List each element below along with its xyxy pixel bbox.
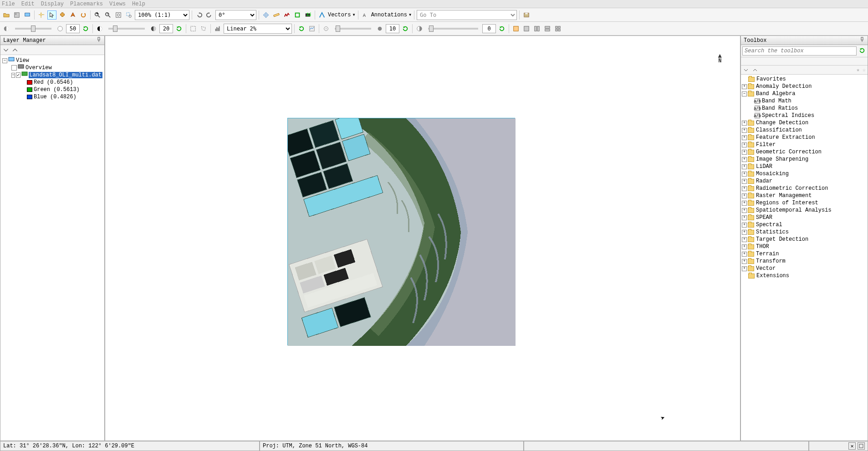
expand-icon[interactable]: +: [742, 135, 747, 140]
map-viewport[interactable]: ▲ N: [105, 35, 740, 441]
expand-icon[interactable]: +: [742, 266, 747, 271]
annotations-icon[interactable]: A: [361, 10, 370, 20]
toolbox-folder[interactable]: +Regions of Interest: [742, 199, 867, 207]
toolbox-folder[interactable]: Extensions: [742, 272, 867, 279]
contrast3-icon[interactable]: [149, 24, 158, 33]
rotate-left-icon[interactable]: [194, 10, 204, 20]
zoom-combo[interactable]: 100% (1:1): [135, 10, 189, 20]
search-refresh-icon[interactable]: [858, 46, 866, 55]
sharpen-slider[interactable]: [335, 28, 371, 30]
expand-icon[interactable]: +: [742, 208, 747, 213]
stretch-combo[interactable]: Linear 2%: [224, 24, 292, 34]
expand-icon[interactable]: +: [742, 164, 747, 169]
feature-count-icon[interactable]: 123: [303, 10, 312, 20]
expand-icon[interactable]: +: [742, 244, 747, 249]
expand-icon[interactable]: +: [742, 223, 747, 228]
toolbox-folder[interactable]: +Spatiotemporal Analysis: [742, 207, 867, 214]
dataset-checkbox[interactable]: [16, 72, 20, 78]
expand-icon[interactable]: +: [742, 230, 747, 235]
expand-icon[interactable]: [752, 67, 758, 73]
stretch-poly-icon[interactable]: [199, 24, 208, 33]
transparency-input[interactable]: [482, 24, 496, 33]
contrast-input[interactable]: [159, 24, 173, 33]
expand-icon[interactable]: −: [2, 58, 7, 63]
status-restore-icon[interactable]: [858, 442, 865, 450]
toolbox-folder[interactable]: +THOR: [742, 243, 867, 250]
expand-all-icon[interactable]: [11, 46, 19, 54]
portal5-icon[interactable]: [553, 24, 562, 33]
expand-icon[interactable]: +: [742, 128, 747, 133]
toolbox-folder[interactable]: +Classification: [742, 127, 867, 134]
toolbox-folder[interactable]: +Spectral: [742, 221, 867, 228]
tree-band-node[interactable]: Red (0.6546): [2, 79, 102, 86]
reset-transparency-icon[interactable]: [497, 24, 506, 33]
pan-icon[interactable]: [58, 10, 67, 20]
toolbox-folder[interactable]: +Filter: [742, 141, 867, 148]
menu-display[interactable]: Display: [41, 1, 64, 7]
histogram-icon[interactable]: [213, 24, 222, 33]
expand-icon[interactable]: −: [742, 91, 747, 96]
sharpen2-icon[interactable]: [375, 24, 384, 33]
rotate-icon[interactable]: [79, 10, 88, 20]
vectors-toggle-icon[interactable]: [317, 10, 327, 20]
roi-icon[interactable]: [293, 10, 302, 20]
toolbox-band-algebra[interactable]: − Band Algebra: [742, 90, 867, 97]
sharpen-icon[interactable]: [322, 24, 331, 33]
expand-icon[interactable]: +: [742, 84, 747, 89]
vectors-dropdown-icon[interactable]: ▾: [352, 11, 355, 18]
annotations-dropdown-icon[interactable]: ▾: [408, 11, 412, 18]
toolbox-folder[interactable]: +LiDAR: [742, 163, 867, 170]
expand-icon[interactable]: +: [742, 215, 747, 220]
open-icon[interactable]: [2, 10, 11, 20]
portal1-icon[interactable]: [511, 24, 521, 33]
expand-icon[interactable]: +: [742, 179, 747, 184]
tree-band-node[interactable]: Green (0.5613): [2, 86, 102, 93]
portal3-icon[interactable]: [532, 24, 541, 33]
expand-icon[interactable]: +: [742, 186, 747, 191]
zoom-area-icon[interactable]: [124, 10, 133, 20]
toolbox-folder[interactable]: +SPEAR: [742, 214, 867, 221]
brightness-slider[interactable]: [15, 28, 51, 30]
vectors-label[interactable]: Vectors: [328, 12, 351, 18]
stretch-rect-icon[interactable]: [189, 24, 198, 33]
toolbox-folder[interactable]: +Statistics: [742, 228, 867, 236]
save-image-icon[interactable]: [522, 10, 531, 20]
toolbox-folder[interactable]: +Geometric Correction: [742, 148, 867, 156]
expand-icon[interactable]: +: [742, 157, 747, 162]
rotate-combo[interactable]: 0°: [215, 10, 256, 20]
expand-icon[interactable]: +: [742, 237, 747, 242]
goto-combo[interactable]: Go To: [417, 10, 517, 20]
toolbox-tool[interactable]: a/bBand Math: [742, 97, 867, 105]
transparency-slider[interactable]: [428, 28, 478, 30]
fly-icon[interactable]: [68, 10, 77, 20]
zoom-extent-icon[interactable]: [114, 10, 123, 20]
measure-icon[interactable]: [272, 10, 281, 20]
refresh-icon[interactable]: [297, 24, 306, 33]
toolbox-folder[interactable]: +Raster Management: [742, 192, 867, 199]
toolbox-folder[interactable]: +Radar: [742, 177, 867, 185]
toolbox-folder[interactable]: +Mosaicking: [742, 170, 867, 177]
annotations-label[interactable]: Annotations: [371, 12, 407, 18]
contrast-icon[interactable]: [2, 24, 11, 33]
toolbox-folder[interactable]: +Transform: [742, 258, 867, 265]
display-icon[interactable]: [23, 10, 32, 20]
menu-edit[interactable]: Edit: [21, 1, 35, 7]
toolbox-folder[interactable]: +Terrain: [742, 250, 867, 258]
expand-icon[interactable]: +: [742, 121, 747, 126]
expand-icon[interactable]: +: [742, 150, 747, 155]
status-close-icon[interactable]: ✕: [848, 442, 856, 450]
toolbox-tool[interactable]: a/bBand Ratios: [742, 105, 867, 112]
toolbox-tool[interactable]: a/bSpectral Indices: [742, 112, 867, 119]
toolbox-folder[interactable]: +Change Detection: [742, 119, 867, 127]
star-outline-icon[interactable]: ☆: [863, 66, 866, 73]
toolbox-folder[interactable]: +Image Sharpening: [742, 156, 867, 163]
select-icon[interactable]: [47, 10, 56, 20]
rotate-right-icon[interactable]: [205, 10, 214, 20]
collapse-icon[interactable]: [743, 67, 749, 73]
menu-help[interactable]: Help: [132, 1, 145, 7]
toolbox-search-input[interactable]: [742, 46, 857, 56]
toolbox-folder[interactable]: +Radiometric Correction: [742, 185, 867, 192]
toolbox-folder[interactable]: +Feature Extraction: [742, 134, 867, 141]
expand-icon[interactable]: +: [742, 252, 747, 257]
menu-placemarks[interactable]: Placemarks: [70, 1, 103, 7]
